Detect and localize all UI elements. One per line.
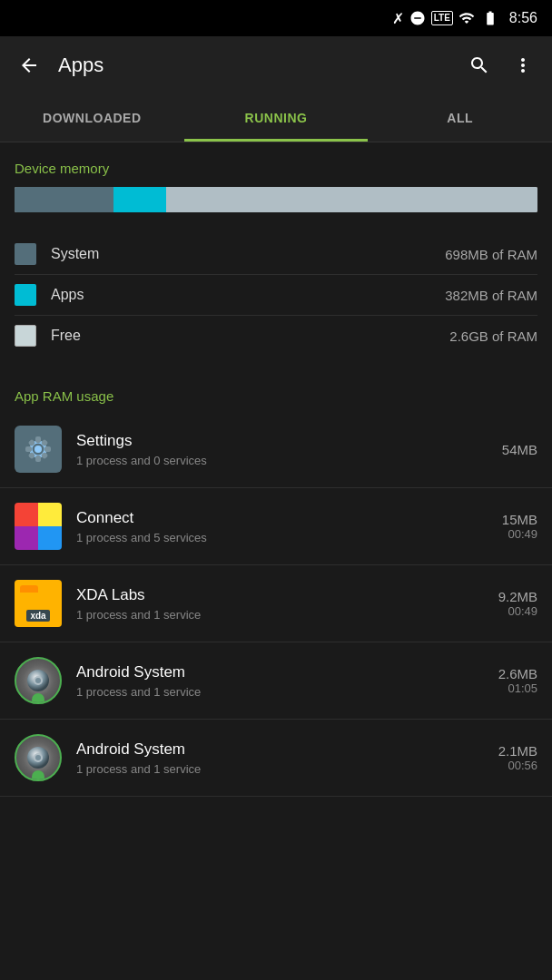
android-2-app-time: 00:56	[498, 759, 537, 772]
android-1-app-processes: 1 process and 1 service	[76, 685, 498, 699]
connect-app-stats: 15MB 00:49	[502, 512, 537, 541]
top-bar: Apps	[0, 36, 552, 94]
svg-point-16	[35, 755, 41, 760]
back-button[interactable]	[11, 47, 47, 83]
more-options-button[interactable]	[505, 47, 541, 83]
android-2-app-memory: 2.1MB	[498, 743, 537, 759]
app-item-settings[interactable]: Settings 1 process and 0 services 54MB	[0, 411, 552, 488]
memory-bar-container	[0, 187, 552, 227]
android-1-app-memory: 2.6MB	[498, 666, 537, 681]
legend-label-free: Free	[51, 328, 449, 344]
svg-point-2	[34, 446, 42, 453]
android-system-icon-2	[15, 734, 62, 781]
status-bar: ✗ LTE 8:56	[0, 0, 552, 36]
xda-app-icon: xda	[15, 580, 62, 627]
search-button[interactable]	[461, 47, 498, 83]
xda-label-text: xda	[26, 610, 49, 622]
app-ram-section: App RAM usage	[0, 370, 552, 797]
legend-color-apps	[15, 284, 36, 306]
tab-running[interactable]: RUNNING	[184, 94, 369, 142]
xda-app-time: 00:49	[498, 604, 537, 618]
search-icon	[468, 54, 490, 76]
connect-app-info: Connect 1 process and 5 services	[76, 509, 502, 544]
xda-app-name: XDA Labs	[76, 586, 498, 604]
legend-label-apps: Apps	[51, 287, 445, 303]
connect-app-time: 00:49	[502, 527, 537, 541]
android-1-app-time: 01:05	[498, 681, 537, 695]
legend-value-apps: 382MB of RAM	[445, 288, 537, 303]
device-memory-section: Device memory System 698MB of RAM Apps 3…	[0, 142, 552, 370]
settings-app-stats: 54MB	[502, 442, 537, 457]
android-2-app-info: Android System 1 process and 1 service	[76, 740, 498, 776]
android-2-app-stats: 2.1MB 00:56	[498, 743, 537, 772]
xda-app-memory: 9.2MB	[498, 589, 537, 604]
svg-point-13	[35, 678, 41, 683]
memory-bar-system	[15, 187, 113, 212]
page-title: Apps	[58, 54, 450, 77]
status-icons: ✗ LTE 8:56	[392, 10, 537, 27]
do-not-disturb-icon	[409, 10, 426, 26]
settings-app-info: Settings 1 process and 0 services	[76, 432, 502, 467]
status-time: 8:56	[509, 10, 537, 26]
memory-bar-apps	[113, 187, 166, 212]
svg-rect-5	[25, 446, 32, 452]
svg-rect-4	[35, 456, 41, 462]
connect-icon-q1	[15, 503, 38, 526]
app-item-android-2[interactable]: Android System 1 process and 1 service 2…	[0, 720, 552, 797]
connect-icon-q2	[38, 503, 62, 526]
settings-app-icon	[15, 426, 62, 473]
legend-free: Free 2.6GB of RAM	[15, 316, 537, 356]
android-1-app-stats: 2.6MB 01:05	[498, 666, 537, 695]
connect-app-processes: 1 process and 5 services	[76, 531, 502, 544]
android-1-app-name: Android System	[76, 663, 498, 681]
legend-label-system: System	[51, 246, 445, 262]
memory-legend: System 698MB of RAM Apps 382MB of RAM Fr…	[0, 227, 552, 370]
main-content: Device memory System 698MB of RAM Apps 3…	[0, 142, 552, 797]
legend-value-system: 698MB of RAM	[445, 247, 537, 262]
app-item-connect[interactable]: Connect 1 process and 5 services 15MB 00…	[0, 488, 552, 565]
xda-app-stats: 9.2MB 00:49	[498, 589, 537, 618]
svg-rect-6	[44, 446, 51, 452]
memory-bar	[15, 187, 537, 212]
xda-app-processes: 1 process and 1 service	[76, 608, 498, 622]
legend-apps: Apps 382MB of RAM	[15, 275, 537, 316]
svg-rect-3	[35, 436, 41, 443]
tabs: DOWNLOADED RUNNING ALL	[0, 94, 552, 142]
tab-downloaded[interactable]: DOWNLOADED	[0, 94, 184, 142]
app-item-xda[interactable]: xda XDA Labs 1 process and 1 service 9.2…	[0, 565, 552, 642]
app-ram-header: App RAM usage	[0, 370, 552, 411]
bluetooth-icon: ✗	[392, 10, 404, 27]
legend-system: System 698MB of RAM	[15, 234, 537, 275]
xda-app-info: XDA Labs 1 process and 1 service	[76, 586, 498, 622]
settings-app-processes: 1 process and 0 services	[76, 454, 502, 467]
connect-app-memory: 15MB	[502, 512, 537, 527]
android-2-app-name: Android System	[76, 740, 498, 759]
android-system-icon-1	[15, 657, 62, 704]
legend-color-free	[15, 325, 36, 347]
connect-app-name: Connect	[76, 509, 502, 527]
connect-icon-q3	[15, 526, 38, 550]
top-bar-actions	[461, 47, 541, 83]
app-item-android-1[interactable]: Android System 1 process and 1 service 2…	[0, 642, 552, 720]
android-1-app-info: Android System 1 process and 1 service	[76, 663, 498, 699]
settings-app-name: Settings	[76, 432, 502, 450]
connect-icon-q4	[38, 526, 62, 550]
connect-app-icon	[15, 503, 62, 550]
battery-icon	[480, 10, 500, 26]
xda-folder-tab	[20, 585, 38, 593]
tab-all[interactable]: ALL	[368, 94, 552, 142]
back-arrow-icon	[18, 54, 40, 76]
settings-app-memory: 54MB	[502, 442, 537, 457]
memory-bar-free	[166, 187, 537, 212]
device-memory-header: Device memory	[0, 142, 552, 187]
legend-value-free: 2.6GB of RAM	[449, 328, 537, 344]
lte-icon: LTE	[431, 11, 453, 25]
legend-color-system	[15, 243, 36, 265]
android-2-app-processes: 1 process and 1 service	[76, 762, 498, 776]
signal-icon	[458, 10, 475, 26]
more-icon	[512, 54, 534, 76]
